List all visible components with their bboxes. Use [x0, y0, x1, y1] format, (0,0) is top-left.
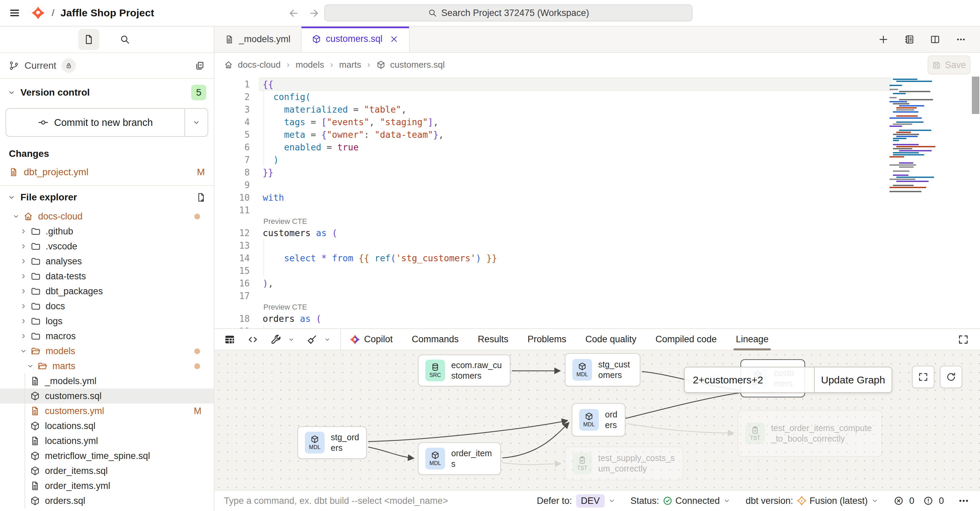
- code-line-2[interactable]: 2 config(: [215, 91, 891, 103]
- lineage-node-stg_orders[interactable]: MDLstg_orders: [298, 426, 367, 459]
- copy-branch-icon[interactable]: [195, 60, 205, 71]
- code-line-4[interactable]: 4 tags = ["events", "staging"],: [215, 116, 891, 128]
- tree-item-dbt_packages[interactable]: dbt_packages: [0, 284, 214, 299]
- editor-minimap[interactable]: [889, 79, 940, 193]
- defer-selector[interactable]: Defer to: DEV: [537, 494, 616, 508]
- file-explorer-header[interactable]: File explorer: [0, 185, 214, 209]
- tree-item-analyses[interactable]: analyses: [0, 254, 214, 269]
- lineage-node-test_order_items_compute_to_bools_correctly[interactable]: TSTtest_order_items_compute_to_bools_cor…: [738, 410, 882, 457]
- chevron-right-icon[interactable]: [20, 288, 27, 295]
- project-search-input[interactable]: Search Project 372475 (Workspace): [324, 5, 692, 21]
- status-more-icon[interactable]: [958, 495, 970, 507]
- code-line-13[interactable]: 13: [215, 239, 891, 252]
- lineage-node-stg_customers[interactable]: MDLstg_customers: [565, 353, 640, 387]
- code-line-7[interactable]: 7 ): [215, 153, 891, 166]
- editor-tab-customers.sql[interactable]: customers.sql: [301, 27, 410, 52]
- code-line-16[interactable]: 16),: [215, 277, 891, 290]
- panel-tab-Compiled code[interactable]: Compiled code: [655, 329, 717, 350]
- save-button[interactable]: Save: [928, 56, 970, 75]
- changed-file-row[interactable]: dbt_project.yml M: [0, 163, 214, 181]
- panel-tab-Problems[interactable]: Problems: [527, 329, 566, 350]
- more-options-icon[interactable]: [956, 34, 966, 45]
- search-view-button[interactable]: [115, 29, 135, 50]
- lineage-node-orders[interactable]: MDLorders: [572, 403, 625, 436]
- tree-item-logs[interactable]: logs: [0, 314, 214, 329]
- code-line-15[interactable]: 15: [215, 264, 891, 277]
- editor-tab-_models.yml[interactable]: _models.yml: [215, 27, 301, 52]
- code-line-9[interactable]: 9: [215, 178, 891, 191]
- editor-scrollbar[interactable]: [972, 76, 979, 328]
- commit-button[interactable]: Commit to new branch: [6, 109, 185, 136]
- update-graph-button[interactable]: Update Graph: [814, 368, 891, 392]
- chevron-right-icon[interactable]: [20, 272, 27, 280]
- warning-counter[interactable]: 0: [923, 496, 944, 506]
- chevron-right-icon[interactable]: [20, 258, 27, 265]
- branch-current-row[interactable]: Current: [0, 53, 214, 79]
- chevron-right-icon[interactable]: [20, 243, 27, 250]
- expand-panel-icon[interactable]: [958, 334, 969, 345]
- code-lens-label[interactable]: Preview CTE: [259, 303, 307, 312]
- breadcrumb-item[interactable]: marts: [339, 59, 361, 70]
- panel-tab-Copilot[interactable]: Copilot: [350, 329, 393, 350]
- code-line-8[interactable]: 8}}: [215, 166, 891, 178]
- panel-tab-Code quality[interactable]: Code quality: [585, 329, 636, 350]
- files-view-button[interactable]: [78, 29, 99, 50]
- back-arrow-icon[interactable]: [288, 8, 299, 19]
- new-tab-icon[interactable]: [878, 34, 889, 45]
- connection-status[interactable]: Status: Connected: [630, 496, 731, 506]
- tree-item-order_items.sql[interactable]: order_items.sql: [0, 463, 214, 478]
- panel-tab-Commands[interactable]: Commands: [412, 329, 459, 350]
- tree-item-docs-cloud[interactable]: docs-cloud: [0, 209, 214, 224]
- code-line-14[interactable]: 14 select * from {{ ref('stg_customers')…: [215, 252, 891, 264]
- build-tools-dropdown[interactable]: [270, 334, 295, 345]
- chevron-down-icon[interactable]: [27, 362, 34, 370]
- code-line-1[interactable]: 1{{: [215, 78, 891, 91]
- tree-item-.github[interactable]: .github: [0, 224, 214, 239]
- chevron-down-icon[interactable]: [20, 347, 27, 355]
- lineage-node-ecom.raw_customers[interactable]: SRCecom.raw_customers: [418, 355, 511, 387]
- dbt-version-selector[interactable]: dbt version: Fusion (latest): [746, 496, 878, 506]
- dbt-logo-icon[interactable]: [31, 6, 45, 20]
- chevron-right-icon[interactable]: [20, 333, 27, 340]
- hamburger-menu-icon[interactable]: [9, 7, 21, 19]
- tree-item-data-tests[interactable]: data-tests: [0, 269, 214, 284]
- tree-item-marts[interactable]: marts: [0, 358, 214, 374]
- code-line-19[interactable]: 19: [215, 325, 891, 328]
- code-line-18[interactable]: 18orders as (: [215, 312, 891, 325]
- breadcrumb-item[interactable]: docs-cloud: [238, 59, 281, 70]
- error-counter[interactable]: 0: [894, 496, 914, 506]
- code-line-3[interactable]: 3 materialized = "table",: [215, 103, 891, 116]
- code-icon[interactable]: [247, 334, 259, 345]
- tree-item-macros[interactable]: macros: [0, 329, 214, 344]
- code-line-11[interactable]: 11: [215, 204, 891, 216]
- chevron-right-icon[interactable]: [20, 317, 27, 325]
- version-control-header[interactable]: Version control 5: [0, 79, 214, 106]
- code-line-6[interactable]: 6 enabled = true: [215, 141, 891, 153]
- tree-item-locations.sql[interactable]: locations.sql: [0, 419, 214, 433]
- format-tools-dropdown[interactable]: [306, 334, 331, 345]
- lineage-selector-input[interactable]: 2+customers+2: [685, 374, 814, 386]
- panel-tab-Results[interactable]: Results: [478, 329, 508, 350]
- code-lens[interactable]: Preview CTE: [215, 216, 891, 226]
- tree-item-docs[interactable]: docs: [0, 299, 214, 314]
- commit-options-button[interactable]: [185, 109, 208, 136]
- lineage-node-order_items[interactable]: MDLorder_items: [418, 442, 501, 475]
- breadcrumb-item[interactable]: models: [296, 59, 324, 70]
- notebook-panel-icon[interactable]: [904, 34, 915, 45]
- code-line-5[interactable]: 5 meta = {"owner": "data-team"},: [215, 128, 891, 141]
- tree-item-orders.sql[interactable]: orders.sql: [0, 493, 214, 508]
- lineage-canvas[interactable]: SRCecom.raw_customersMDLstg_customersMDL…: [215, 350, 980, 490]
- chevron-right-icon[interactable]: [20, 302, 27, 310]
- editor-scrollbar-thumb[interactable]: [972, 76, 979, 114]
- tree-item-order_items.yml[interactable]: order_items.yml: [0, 478, 214, 493]
- fit-view-button[interactable]: [912, 366, 934, 388]
- tree-item-customers.sql[interactable]: customers.sql: [0, 388, 214, 403]
- tree-item-customers.yml[interactable]: customers.ymlM: [0, 403, 214, 419]
- code-editor[interactable]: 1{{2 config(3 materialized = "table",4 t…: [215, 76, 980, 328]
- code-line-17[interactable]: 17: [215, 290, 891, 302]
- chevron-right-icon[interactable]: [20, 228, 27, 235]
- split-editor-icon[interactable]: [930, 34, 940, 45]
- code-lens[interactable]: Preview CTE: [215, 302, 891, 312]
- code-lens-label[interactable]: Preview CTE: [259, 217, 307, 226]
- command-input[interactable]: Type a command, ex. dbt build --select <…: [224, 496, 448, 506]
